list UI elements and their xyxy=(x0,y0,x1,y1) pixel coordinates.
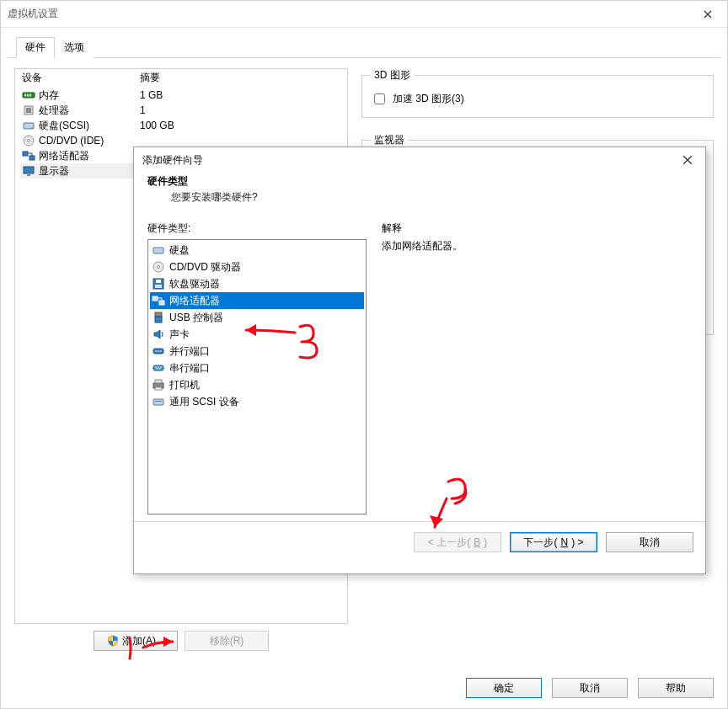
disc-icon xyxy=(22,134,35,147)
serial-port-icon xyxy=(152,361,165,375)
tab-bar: 硬件 选项 xyxy=(8,28,720,58)
col-summary: 摘要 xyxy=(140,71,340,85)
tab-options[interactable]: 选项 xyxy=(55,37,94,58)
hw-row-sound[interactable]: 声卡 xyxy=(150,326,364,343)
svg-rect-1 xyxy=(24,94,26,97)
display-icon xyxy=(22,164,35,178)
disc-icon xyxy=(152,260,165,274)
hardware-type-panel: 硬件类型: 硬盘 CD/DVD 驱动器 软盘驱动器 网络适配器 xyxy=(147,221,367,514)
hw-row-scsi[interactable]: 通用 SCSI 设备 xyxy=(150,393,364,410)
svg-rect-36 xyxy=(155,387,162,390)
remove-device-button: 移除(R) xyxy=(185,631,269,651)
help-button[interactable]: 帮助 xyxy=(638,678,714,698)
titlebar: 虚拟机设置 xyxy=(1,1,727,28)
svg-rect-37 xyxy=(153,399,163,405)
network-icon xyxy=(22,149,35,163)
svg-rect-3 xyxy=(29,94,31,97)
svg-point-16 xyxy=(158,266,160,269)
svg-rect-21 xyxy=(159,301,164,305)
svg-point-33 xyxy=(159,368,161,370)
svg-rect-18 xyxy=(156,280,161,283)
svg-point-27 xyxy=(160,350,162,352)
svg-rect-38 xyxy=(155,401,162,402)
svg-rect-20 xyxy=(153,296,158,301)
usb-icon xyxy=(152,311,165,324)
ok-button[interactable]: 确定 xyxy=(466,678,542,698)
memory-icon xyxy=(22,88,35,102)
network-icon xyxy=(152,294,165,307)
device-list-header: 设备 摘要 xyxy=(15,69,347,88)
wizard-body: 硬件类型: 硬盘 CD/DVD 驱动器 软盘驱动器 网络适配器 xyxy=(134,211,705,514)
printer-icon xyxy=(152,378,165,392)
hdd-icon xyxy=(22,119,35,132)
svg-point-32 xyxy=(157,368,158,370)
close-icon xyxy=(682,155,693,165)
hw-row-serial[interactable]: 串行端口 xyxy=(150,360,364,376)
svg-point-31 xyxy=(160,366,162,368)
device-row-cpu[interactable]: 处理器 1 xyxy=(20,103,342,118)
col-device: 设备 xyxy=(22,71,140,85)
svg-point-7 xyxy=(31,127,33,129)
floppy-icon xyxy=(152,277,165,291)
svg-point-30 xyxy=(158,366,159,368)
wizard-cancel-button[interactable]: 取消 xyxy=(606,532,693,552)
svg-point-29 xyxy=(155,366,157,368)
cpu-icon xyxy=(22,104,35,117)
monitors-legend: 监视器 xyxy=(371,133,408,147)
svg-rect-14 xyxy=(153,248,163,253)
hw-row-printer[interactable]: 打印机 xyxy=(150,376,364,393)
wizard-title: 添加硬件向导 xyxy=(142,153,203,168)
hw-row-hdd[interactable]: 硬盘 xyxy=(150,242,364,259)
wizard-header: 硬件类型 您要安装哪类硬件? xyxy=(134,173,705,211)
parallel-port-icon xyxy=(152,344,165,358)
scsi-icon xyxy=(152,395,165,408)
tab-hardware[interactable]: 硬件 xyxy=(16,37,55,58)
explanation-label: 解释 xyxy=(382,221,692,236)
svg-rect-12 xyxy=(24,167,34,173)
svg-point-25 xyxy=(155,350,157,352)
svg-rect-13 xyxy=(27,174,30,176)
explanation-text: 添加网络适配器。 xyxy=(382,239,692,514)
shield-icon xyxy=(107,635,119,647)
hw-row-network[interactable]: 网络适配器 xyxy=(150,292,364,309)
wizard-close-button[interactable] xyxy=(670,147,705,173)
graphics-legend: 3D 图形 xyxy=(371,68,414,83)
svg-rect-35 xyxy=(155,380,162,383)
window-close-button[interactable] xyxy=(688,1,727,28)
explanation-panel: 解释 添加网络适配器。 xyxy=(382,221,692,514)
svg-rect-23 xyxy=(155,317,162,323)
close-icon xyxy=(704,10,712,19)
svg-point-26 xyxy=(158,350,159,352)
sound-icon xyxy=(152,328,165,341)
hw-row-cddvd[interactable]: CD/DVD 驱动器 xyxy=(150,259,364,275)
add-hardware-wizard: 添加硬件向导 硬件类型 您要安装哪类硬件? 硬件类型: 硬盘 CD/DVD 驱动… xyxy=(133,147,706,574)
hardware-type-label: 硬件类型: xyxy=(147,221,367,236)
wizard-titlebar: 添加硬件向导 xyxy=(134,147,705,173)
hw-row-floppy[interactable]: 软盘驱动器 xyxy=(150,275,364,292)
svg-rect-28 xyxy=(153,365,163,370)
wizard-button-bar: < 上一步(B) 下一步(N) > 取消 xyxy=(134,522,705,564)
wizard-heading: 硬件类型 xyxy=(147,174,692,189)
hardware-type-list[interactable]: 硬盘 CD/DVD 驱动器 软盘驱动器 网络适配器 USB 控制器 xyxy=(147,239,367,514)
svg-rect-19 xyxy=(155,285,162,288)
device-row-memory[interactable]: 内存 1 GB xyxy=(20,88,342,103)
hw-row-usb[interactable]: USB 控制器 xyxy=(150,309,364,326)
cancel-button[interactable]: 取消 xyxy=(552,678,628,698)
dialog-button-bar: 确定 取消 帮助 xyxy=(466,678,714,698)
device-row-hdd[interactable]: 硬盘(SCSI) 100 GB xyxy=(20,118,342,133)
hw-row-parallel[interactable]: 并行端口 xyxy=(150,343,364,360)
svg-rect-5 xyxy=(26,108,31,113)
wizard-subheading: 您要安装哪类硬件? xyxy=(147,190,692,205)
svg-point-9 xyxy=(28,140,30,142)
svg-rect-10 xyxy=(23,152,28,156)
svg-rect-22 xyxy=(155,312,162,317)
accel-3d-input[interactable] xyxy=(374,93,385,104)
svg-rect-11 xyxy=(29,156,35,160)
wizard-next-button[interactable]: 下一步(N) > xyxy=(510,532,597,552)
window-title: 虚拟机设置 xyxy=(8,7,58,21)
add-device-button[interactable]: 添加(A)... xyxy=(94,631,178,651)
device-list-buttons: 添加(A)... 移除(R) xyxy=(14,631,348,651)
graphics-group: 3D 图形 加速 3D 图形(3) xyxy=(361,68,714,118)
svg-rect-2 xyxy=(27,94,29,97)
accel-3d-checkbox[interactable]: 加速 3D 图形(3) xyxy=(371,91,464,107)
